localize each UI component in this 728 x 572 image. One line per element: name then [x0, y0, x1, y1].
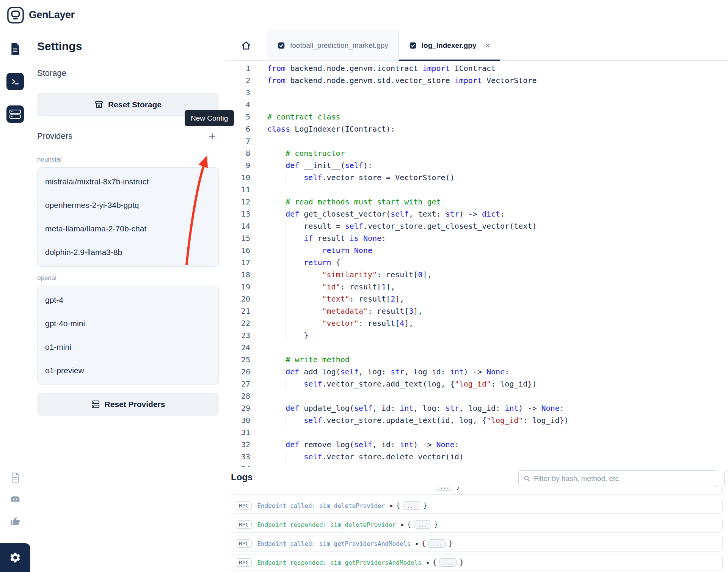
code-line: 19 "id": result[1], [225, 281, 728, 293]
brand[interactable]: GenLayer [7, 6, 75, 24]
code-token: ) -> [518, 404, 541, 413]
editor-tab[interactable]: log_indexer.gpy× [399, 30, 500, 60]
rpc-badge: RPC [236, 520, 252, 529]
log-entry[interactable]: RPCEndpoint responded: sim_getProvidersA… [231, 555, 723, 570]
code-token: , text: [409, 209, 445, 218]
indent-guide [286, 281, 286, 293]
code-token: ) -> [464, 367, 486, 376]
log-message: Endpoint called: sim_getProvidersAndMode… [257, 540, 411, 547]
ellipsis-chip[interactable]: ... [439, 558, 457, 567]
editor-tab[interactable]: football_prediction_market.gpy [267, 30, 399, 60]
provider-model-item[interactable]: dolphin-2.9-llama3-8b [38, 240, 218, 264]
line-number: 17 [225, 256, 250, 269]
code-token: if [304, 234, 313, 243]
ellipsis-chip[interactable]: ... [403, 501, 420, 510]
code-token: LogIndexer(IContract): [290, 124, 395, 134]
code-token [267, 404, 286, 413]
code-line: 15 if result is None: [225, 232, 728, 244]
code-token: str [391, 367, 404, 376]
provider-group-label: openai [37, 274, 219, 282]
line-number: 10 [225, 171, 250, 184]
code-token: self [354, 404, 372, 413]
reset-providers-button[interactable]: Reset Providers [37, 393, 219, 416]
sort-logs-button[interactable] [724, 471, 728, 486]
log-entry[interactable]: RPCEndpoint called: sim_deleteProvider▶{… [231, 498, 723, 514]
indent-guide [304, 293, 304, 305]
code-token: ], [404, 319, 413, 328]
code-token: ) -> [413, 440, 436, 449]
code-line: 32 def remove_log(self, id: int) -> None… [225, 438, 728, 451]
terminal-nav-button[interactable] [6, 73, 24, 90]
reset-providers-label: Reset Providers [105, 400, 165, 409]
log-entry[interactable]: RPCEndpoint called: sim_getProvidersAndM… [231, 536, 723, 552]
code-token: import [455, 76, 482, 85]
code-token: VectorStore [482, 76, 537, 85]
code-line: 27 self.vector_store.add_text(log, {"log… [225, 378, 728, 390]
code-token: int [400, 404, 413, 413]
expand-caret-icon[interactable]: ▶ [401, 522, 404, 527]
home-tab-button[interactable] [225, 30, 267, 60]
docs-button[interactable] [9, 472, 21, 483]
code-token [267, 282, 322, 291]
code-token: , id: [372, 440, 400, 449]
code-token: None [436, 440, 455, 449]
code-token: result = [267, 222, 345, 231]
discord-button[interactable] [9, 494, 21, 505]
code-line: 3 [225, 86, 728, 99]
line-number: 31 [225, 426, 250, 438]
log-entry[interactable]: RPCEndpoint responded: sim_deleteProvide… [231, 517, 723, 533]
code-token: import [422, 64, 450, 73]
ellipsis-chip[interactable]: ... [428, 539, 446, 548]
expand-caret-icon[interactable]: ▶ [427, 560, 430, 565]
close-tab-icon[interactable]: × [485, 41, 490, 50]
code-token: .vector_store.get_closest_vector(text) [363, 222, 537, 231]
code-editor[interactable]: 1from backend.node.genvm.icontract impor… [225, 61, 728, 467]
provider-model-item[interactable]: gpt-4 [38, 288, 218, 312]
ellipsis-chip[interactable]: ... [414, 520, 431, 529]
thumbs-up-icon [10, 517, 20, 526]
settings-nav-button[interactable] [0, 543, 30, 572]
opening-brace: { [422, 540, 425, 547]
rpc-badge: RPC [236, 501, 252, 510]
code-token [267, 306, 322, 316]
code-line: 25 # write method [225, 354, 728, 366]
settings-title: Settings [37, 39, 219, 53]
provider-model-item[interactable]: o1-preview [38, 359, 218, 382]
code-token: None [541, 404, 560, 413]
code-token: __init__( [299, 161, 345, 170]
code-line: 33 self.vector_store.delete_vector(id) [225, 451, 728, 463]
code-token: : [381, 234, 386, 243]
line-number: 27 [225, 378, 250, 390]
provider-model-item[interactable]: meta-llama/llama-2-70b-chat [38, 217, 218, 240]
provider-model-item[interactable]: mistralai/mixtral-8x7b-instruct [38, 170, 218, 193]
storage-nav-button[interactable] [6, 105, 24, 123]
code-token: def [286, 209, 299, 218]
code-line: 8 # constructor [225, 147, 728, 159]
add-provider-button[interactable]: + [206, 130, 219, 142]
sidebar-bottom-icons [0, 472, 30, 572]
code-token [350, 246, 354, 255]
log-filter-input[interactable] [534, 475, 713, 483]
expand-caret-icon[interactable]: ▶ [416, 541, 419, 546]
opening-brace: { [396, 502, 400, 509]
code-token: , log_id: [404, 367, 450, 376]
line-number: 4 [225, 99, 250, 111]
code-token: , log: [413, 404, 445, 413]
feedback-button[interactable] [9, 516, 21, 527]
code-token: .vector_store.add_text(log, { [322, 379, 455, 388]
code-token: None [486, 367, 505, 376]
ellipsis-chip[interactable]: ... [436, 487, 453, 491]
log-entry[interactable]: ...} [231, 487, 723, 495]
code-token: ], [395, 294, 404, 303]
expand-caret-icon[interactable]: ▶ [390, 503, 393, 508]
provider-model-item[interactable]: openhermes-2-yi-34b-gptq [38, 193, 218, 217]
code-token: self [304, 379, 322, 388]
storage-section-label: Storage [37, 68, 219, 79]
code-token: : log_id}) [523, 416, 568, 425]
line-number: 8 [225, 147, 250, 159]
provider-model-item[interactable]: gpt-4o-mini [38, 312, 218, 335]
contracts-nav-button[interactable] [6, 40, 24, 58]
provider-model-item[interactable]: o1-mini [38, 335, 218, 359]
code-line: 29 def update_log(self, id: int, log: st… [225, 402, 728, 414]
code-token: , log_id: [459, 404, 505, 413]
